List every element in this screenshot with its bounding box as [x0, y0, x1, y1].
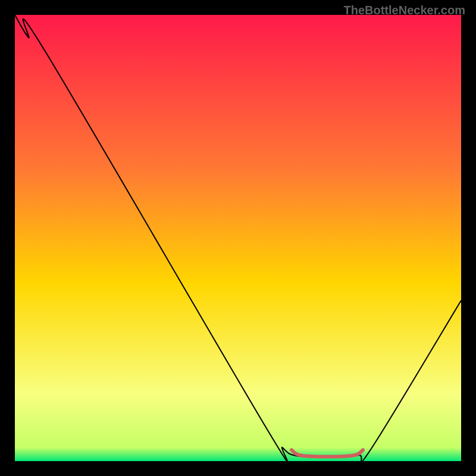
gradient-background	[15, 15, 461, 461]
watermark-text: TheBottleNecker.com	[343, 4, 465, 17]
chart-svg	[15, 15, 461, 461]
bottleneck-chart	[15, 15, 461, 461]
